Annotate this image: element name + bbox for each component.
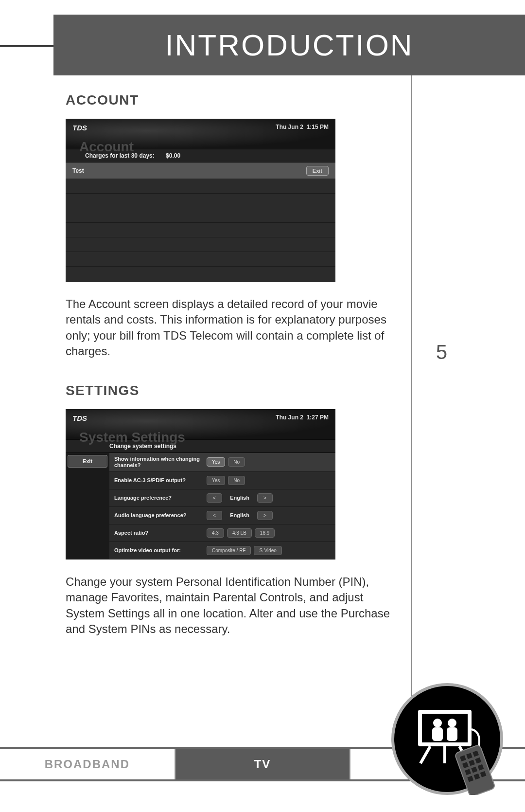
svg-rect-4 (432, 727, 443, 741)
setting-row-ac3: Enable AC-3 S/PDIF output? Yes No (109, 472, 335, 489)
yes-button[interactable]: Yes (207, 476, 225, 485)
account-empty-row (66, 237, 335, 252)
aspect-4-3-lb-button[interactable]: 4:3 LB (227, 528, 252, 538)
settings-heading: SETTINGS (66, 383, 396, 398)
account-screen-title: Account (79, 139, 134, 155)
account-screen-header: TDS Thu Jun 2 1:15 PM Account (66, 119, 335, 149)
account-heading: ACCOUNT (66, 92, 396, 108)
page-title: INTRODUCTION (165, 28, 413, 62)
account-empty-row (66, 194, 335, 208)
vertical-rule (411, 75, 412, 747)
main-content: ACCOUNT TDS Thu Jun 2 1:15 PM Account Ch… (66, 92, 396, 637)
settings-screen-header: TDS Thu Jun 2 1:27 PM System Settings (66, 409, 335, 439)
setting-row-show-info: Show information when changing channels?… (109, 453, 335, 472)
no-button[interactable]: No (228, 457, 245, 467)
settings-left-panel: Exit (66, 453, 109, 559)
charges-value: $0.00 (166, 152, 180, 159)
setting-row-aspect: Aspect ratio? 4:3 4:3 LB 16:9 (109, 524, 335, 542)
audio-language-value: English (225, 512, 254, 518)
exit-button[interactable]: Exit (68, 455, 107, 468)
account-row-label: Test (72, 167, 84, 174)
setting-row-audio-language: Audio language preference? < English > (109, 507, 335, 524)
tds-logo: TDS (72, 124, 87, 132)
page-header-banner: INTRODUCTION (53, 15, 525, 75)
tab-tv[interactable]: TV (175, 749, 351, 779)
tab-broadband[interactable]: BROADBAND (0, 749, 175, 779)
svg-rect-6 (447, 727, 457, 741)
aspect-16-9-button[interactable]: 16:9 (255, 528, 275, 538)
svideo-button[interactable]: S-Video (254, 546, 281, 555)
no-button[interactable]: No (228, 476, 245, 485)
settings-body-text: Change your system Personal Identificati… (66, 574, 396, 637)
settings-screen-datetime: Thu Jun 2 1:27 PM (276, 414, 329, 421)
svg-point-3 (433, 719, 442, 727)
account-empty-row (66, 208, 335, 223)
prev-button[interactable]: < (207, 511, 222, 520)
language-value: English (225, 495, 254, 501)
account-list-row[interactable]: Test Exit (66, 162, 335, 179)
tv-remote-icon (391, 683, 503, 795)
account-body-text: The Account screen displays a detailed r… (66, 296, 396, 360)
next-button[interactable]: > (257, 493, 273, 503)
prev-button[interactable]: < (207, 493, 222, 503)
account-empty-row (66, 267, 335, 281)
setting-row-video-output: Optimize video output for: Composite / R… (109, 542, 335, 559)
settings-screenshot: TDS Thu Jun 2 1:27 PM System Settings Ch… (66, 409, 335, 559)
svg-point-5 (448, 719, 456, 727)
settings-screen-title: System Settings (79, 430, 185, 445)
account-empty-row (66, 252, 335, 267)
header-rule (0, 45, 53, 47)
yes-button[interactable]: Yes (207, 457, 225, 467)
svg-rect-2 (422, 714, 468, 742)
account-empty-row (66, 223, 335, 237)
tds-logo: TDS (72, 414, 87, 422)
settings-right-panel: Show information when changing channels?… (109, 453, 335, 559)
account-screenshot: TDS Thu Jun 2 1:15 PM Account Charges fo… (66, 119, 335, 282)
setting-row-language: Language preference? < English > (109, 489, 335, 507)
exit-button[interactable]: Exit (306, 166, 329, 176)
account-screen-datetime: Thu Jun 2 1:15 PM (276, 124, 329, 130)
account-empty-row (66, 179, 335, 194)
composite-button[interactable]: Composite / RF (207, 546, 251, 555)
aspect-4-3-button[interactable]: 4:3 (207, 528, 224, 538)
page-number: 5 (436, 341, 447, 364)
next-button[interactable]: > (257, 511, 273, 520)
